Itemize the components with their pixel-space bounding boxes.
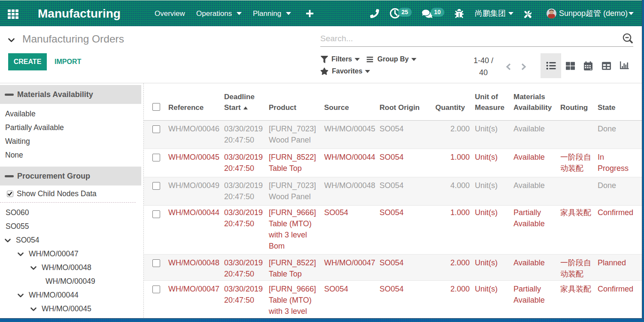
- column-product[interactable]: Product: [264, 83, 320, 120]
- cell-uom[interactable]: Unit(s): [472, 120, 509, 149]
- cell-reference[interactable]: WH/MO/00046: [164, 120, 220, 149]
- cell-routing[interactable]: 一阶段自动装配: [556, 254, 595, 280]
- tree-item[interactable]: WH/MO/00049: [0, 274, 141, 288]
- table-row[interactable]: WH/MO/0004503/30/2019 20:47:50[FURN_8522…: [144, 149, 642, 177]
- cell-product[interactable]: [FURN_7023] Wood Panel: [264, 120, 320, 149]
- cell-state[interactable]: Confirmed: [595, 205, 642, 254]
- row-checkbox[interactable]: [152, 154, 160, 161]
- search-minus-icon[interactable]: [622, 33, 634, 46]
- cell-availability[interactable]: Partially Available: [509, 205, 556, 254]
- create-button[interactable]: CREATE: [8, 53, 47, 70]
- cell-deadline[interactable]: 03/30/2019 20:47:50: [220, 120, 264, 149]
- filters-button[interactable]: Filters: [321, 53, 360, 65]
- cell-product[interactable]: [FURN_7023] Wood Panel: [264, 177, 320, 205]
- user-avatar[interactable]: [547, 9, 556, 20]
- cell-quantity[interactable]: 2.000: [431, 254, 472, 280]
- column-state[interactable]: State: [595, 83, 642, 120]
- filter-item-available[interactable]: Available: [0, 107, 141, 121]
- chevron-down-icon[interactable]: [30, 302, 36, 316]
- cell-routing[interactable]: [556, 177, 595, 205]
- cell-routing[interactable]: [556, 120, 595, 149]
- column-quantity[interactable]: Quantity: [431, 83, 472, 120]
- filter-item-waiting[interactable]: Waiting: [0, 134, 141, 148]
- user-menu[interactable]: Sunpop超管 (demo): [559, 0, 628, 27]
- cell-reference[interactable]: WH/MO/00048: [164, 254, 220, 280]
- chevron-down-icon[interactable]: [18, 247, 24, 261]
- table-row[interactable]: WH/MO/0004603/30/2019 20:47:50[FURN_7023…: [144, 120, 642, 149]
- row-checkbox[interactable]: [152, 210, 160, 218]
- row-checkbox[interactable]: [152, 125, 160, 133]
- cell-reference[interactable]: WH/MO/00049: [164, 177, 220, 205]
- cell-root_origin[interactable]: SO054: [375, 280, 431, 322]
- cell-state[interactable]: Done: [595, 120, 642, 149]
- cell-root_origin[interactable]: SO054: [375, 120, 431, 149]
- tree-item[interactable]: WH/MO/00045: [0, 302, 141, 316]
- cell-uom[interactable]: Unit(s): [472, 149, 509, 177]
- cell-quantity[interactable]: 1.000: [431, 149, 472, 177]
- chevron-down-icon[interactable]: [30, 261, 36, 274]
- apps-menu-icon[interactable]: [8, 9, 18, 21]
- column-source[interactable]: Source: [320, 83, 375, 120]
- kanban-view-button[interactable]: [561, 53, 579, 78]
- tree-item[interactable]: WH/MO/00044: [0, 288, 141, 302]
- cell-quantity[interactable]: 4.000: [431, 177, 472, 205]
- cell-product[interactable]: [FURN_9666] Table (MTO) with 3 level Bom: [264, 280, 320, 322]
- company-switcher[interactable]: 尚鹏集团: [475, 0, 506, 27]
- column-routing[interactable]: Routing: [556, 83, 595, 120]
- cell-uom[interactable]: Unit(s): [472, 280, 509, 322]
- row-checkbox[interactable]: [152, 182, 160, 190]
- cell-availability[interactable]: Available: [509, 254, 556, 280]
- menu-overview[interactable]: Overview: [155, 0, 185, 27]
- cell-reference[interactable]: WH/MO/00045: [164, 149, 220, 177]
- calendar-view-button[interactable]: [579, 53, 597, 78]
- cell-availability[interactable]: Available: [509, 149, 556, 177]
- cell-deadline[interactable]: 03/30/2019 20:47:50: [220, 177, 264, 205]
- cell-source[interactable]: SO054: [320, 280, 375, 322]
- import-button[interactable]: IMPORT: [55, 53, 81, 70]
- cell-availability[interactable]: Partially Available: [509, 280, 556, 322]
- menu-operations[interactable]: Operations: [196, 0, 232, 27]
- cell-routing[interactable]: 家具装配: [556, 280, 595, 322]
- cell-uom[interactable]: Unit(s): [472, 177, 509, 205]
- table-row[interactable]: WH/MO/0004403/30/2019 20:47:50[FURN_9666…: [144, 205, 642, 254]
- tree-item[interactable]: SO055: [0, 219, 141, 233]
- groupby-button[interactable]: Group By: [366, 53, 416, 65]
- add-menu-icon[interactable]: [306, 10, 313, 19]
- cell-state[interactable]: In Progress: [595, 149, 642, 177]
- table-row[interactable]: WH/MO/0004903/30/2019 20:47:50[FURN_7023…: [144, 177, 642, 205]
- menu-planning[interactable]: Planning: [253, 0, 281, 27]
- column-unit-of-measure[interactable]: Unit of Measure: [472, 83, 509, 120]
- app-title[interactable]: Manufacturing: [38, 0, 121, 27]
- cell-root_origin[interactable]: SO054: [375, 254, 431, 280]
- filter-item-none[interactable]: None: [0, 148, 141, 162]
- table-row[interactable]: WH/MO/0004803/30/2019 20:47:50[FURN_8522…: [144, 254, 642, 280]
- tree-item[interactable]: WH/MO/00047: [0, 247, 141, 261]
- tree-item[interactable]: SO054: [0, 233, 141, 247]
- column-deadline-start[interactable]: Deadline Start: [220, 83, 264, 120]
- checkbox-checked-icon[interactable]: [7, 191, 13, 197]
- cell-source[interactable]: WH/MO/00045: [320, 120, 375, 149]
- filter-item-partially-available[interactable]: Partially Available: [0, 121, 141, 134]
- cell-root_origin[interactable]: SO054: [375, 149, 431, 177]
- select-all-checkbox[interactable]: [152, 103, 160, 111]
- cell-quantity[interactable]: 1.000: [431, 205, 472, 254]
- cell-state[interactable]: Done: [595, 177, 642, 205]
- pager-next-button[interactable]: [521, 63, 526, 72]
- horizontal-scrollbar[interactable]: [0, 318, 644, 322]
- cell-source[interactable]: WH/MO/00044: [320, 149, 375, 177]
- cell-product[interactable]: [FURN_8522] Table Top: [264, 254, 320, 280]
- column-materials-availability[interactable]: Materials Availability: [509, 83, 556, 120]
- cell-source[interactable]: WH/MO/00048: [320, 177, 375, 205]
- column-reference[interactable]: Reference: [164, 83, 220, 120]
- cell-availability[interactable]: Available: [509, 120, 556, 149]
- search-input[interactable]: Search...: [320, 34, 353, 43]
- row-checkbox[interactable]: [152, 259, 160, 267]
- breadcrumb-chevron-icon[interactable]: [8, 36, 15, 44]
- cell-product[interactable]: [FURN_8522] Table Top: [264, 149, 320, 177]
- cell-uom[interactable]: Unit(s): [472, 254, 509, 280]
- cell-uom[interactable]: Unit(s): [472, 205, 509, 254]
- cell-deadline[interactable]: 03/30/2019 20:47:50: [220, 280, 264, 322]
- cell-reference[interactable]: WH/MO/00044: [164, 205, 220, 254]
- cell-source[interactable]: SO054: [320, 205, 375, 254]
- tree-item[interactable]: WH/MO/00048: [0, 261, 141, 274]
